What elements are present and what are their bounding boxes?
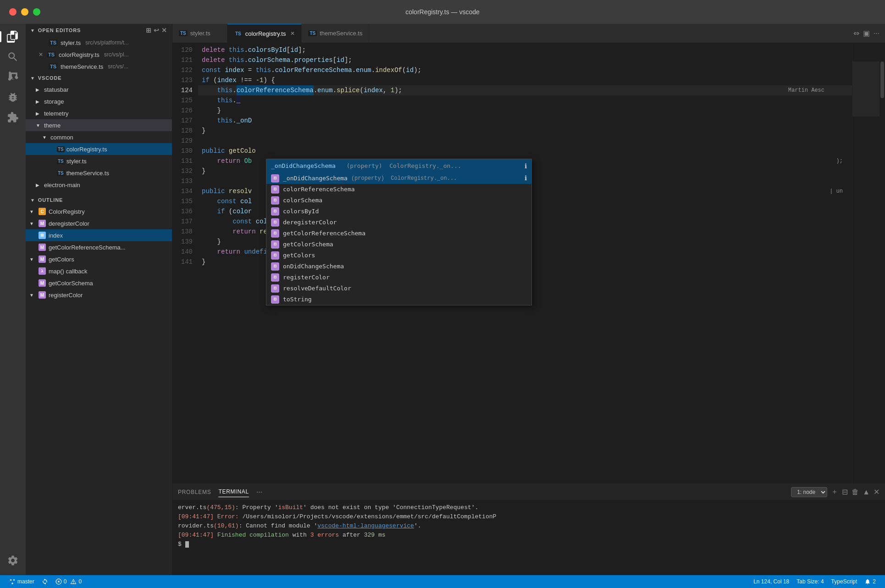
code-line-124: this.colorReferenceSchema.enum.splice(in… — [198, 85, 852, 95]
errors-status[interactable]: 0 0 — [52, 575, 85, 588]
tree-styler-file[interactable]: TS styler.ts — [26, 155, 172, 167]
ts-icon: TS — [49, 39, 58, 46]
status-bar: master 0 0 Ln 124, Col 18 Tab Size: 4 Ty… — [0, 575, 885, 588]
language-mode[interactable]: TypeScript — [828, 578, 861, 585]
tree-storage[interactable]: ▶ storage — [26, 95, 172, 107]
tab-styler[interactable]: TS styler.ts — [172, 24, 227, 43]
sync-icon[interactable] — [38, 575, 52, 588]
ac-text: getColorSchema — [283, 239, 333, 250]
tab-terminal[interactable]: TERMINAL — [218, 487, 249, 497]
close-all-icon[interactable]: ✕ — [161, 27, 167, 34]
activity-source-control[interactable] — [4, 68, 22, 86]
tab-size[interactable]: Tab Size: 4 — [793, 578, 827, 585]
outline-label: ColorRegistry — [49, 208, 85, 215]
cursor-position[interactable]: Ln 124, Col 18 — [750, 578, 793, 585]
language-text: TypeScript — [831, 578, 857, 585]
outline-index[interactable]: ⊞ index — [26, 229, 172, 241]
terminal-prompt: $ — [178, 540, 879, 549]
code-line-127: this._onD — [198, 116, 852, 126]
tab-colorRegistry[interactable]: TS colorRegistry.ts ✕ — [227, 24, 302, 43]
tree-common[interactable]: ▼ common — [26, 131, 172, 143]
open-editor-themeService[interactable]: TS themeService.ts src/vs/... — [26, 61, 172, 72]
autocomplete-signature: _onDidChangeSchema (property) ColorRegis… — [271, 161, 461, 171]
code-line-126: } — [198, 105, 852, 116]
ac-item-2[interactable]: ⊞ colorSchema — [266, 195, 531, 206]
line-numbers: 120121122123 124 125126127128 1291301311… — [172, 43, 198, 483]
autocomplete-dropdown[interactable]: _onDidChangeSchema (property) ColorRegis… — [266, 159, 532, 305]
open-editor-colorRegistry[interactable]: ✕ TS colorRegistry.ts src/vs/pl... — [26, 49, 172, 61]
tree-theme[interactable]: ▼ theme — [26, 119, 172, 131]
tree-electron-main[interactable]: ▶ electron-main — [26, 179, 172, 191]
ac-item-11[interactable]: ⊞ toString — [266, 294, 531, 305]
outline-getColorReferenceSchema[interactable]: M getColorReferenceSchema... — [26, 241, 172, 253]
vscode-header[interactable]: ▼ VSCODE — [26, 72, 172, 83]
ac-item-4[interactable]: ⊞ deregisterColor — [266, 217, 531, 228]
outline-header[interactable]: ▼ OUTLINE — [26, 194, 172, 205]
close-icon[interactable]: ✕ — [39, 51, 43, 58]
activity-settings[interactable] — [4, 551, 22, 570]
ac-item-7[interactable]: ⊞ getColors — [266, 250, 531, 261]
ac-item-3[interactable]: ⊞ colorsById — [266, 206, 531, 217]
git-branch[interactable]: master — [6, 575, 38, 588]
tab-themeService[interactable]: TS themeService.ts — [302, 24, 369, 43]
outline-getColors[interactable]: ▼ M getColors — [26, 253, 172, 265]
ac-item-6[interactable]: ⊞ getColorSchema — [266, 239, 531, 250]
ts-icon: TS — [57, 170, 65, 176]
add-terminal-icon[interactable]: ＋ — [831, 487, 838, 497]
ac-item-1[interactable]: ⊞ colorReferenceSchema — [266, 184, 531, 195]
minimize-button[interactable] — [21, 8, 28, 16]
split-editor-icon[interactable]: ⇔ — [853, 29, 859, 38]
tree-colorRegistry-file[interactable]: TS colorRegistry.ts — [26, 143, 172, 155]
tab-close-icon[interactable]: ✕ — [290, 30, 295, 37]
tree-item-label: storage — [44, 98, 64, 105]
activity-explorer[interactable] — [4, 28, 22, 46]
panel-tabs: PROBLEMS TERMINAL ··· 1: node ＋ ⊟ 🗑 ▲ ✕ — [172, 484, 885, 500]
tree-statusbar[interactable]: ▶ statusbar — [26, 83, 172, 95]
ac-icon: ⊞ — [271, 240, 279, 249]
code-editor[interactable]: delete this.colorsById[id]; delete this.… — [198, 43, 852, 483]
ac-item-9[interactable]: ⊞ registerColor — [266, 272, 531, 283]
panel-more-icon[interactable]: ··· — [256, 488, 262, 496]
branch-name: master — [17, 578, 34, 585]
ts-icon: TS — [57, 158, 65, 164]
activity-debug[interactable] — [4, 88, 22, 106]
revert-all-icon[interactable]: ↩ — [154, 27, 160, 34]
chevron-right-icon: ▶ — [36, 111, 42, 116]
split-terminal-icon[interactable]: ⊟ — [842, 488, 848, 496]
ac-text: getColors — [283, 250, 315, 261]
ac-item-0[interactable]: ⊞ _onDidChangeSchema (property) ColorReg… — [266, 173, 531, 184]
close-panel-icon[interactable]: ✕ — [874, 488, 879, 496]
ac-item-5[interactable]: ⊞ getColorReferenceSchema — [266, 228, 531, 239]
outline-getColorSchema[interactable]: M getColorSchema — [26, 277, 172, 289]
activity-extensions[interactable] — [4, 108, 22, 127]
outline-registerColor[interactable]: ▼ M registerColor — [26, 289, 172, 301]
outline-deregisterColor[interactable]: ▼ M deregisterColor — [26, 217, 172, 229]
outline-label: getColors — [49, 256, 74, 263]
outline-map-callback[interactable]: λ map() callback — [26, 265, 172, 277]
save-all-icon[interactable]: ⊞ — [146, 27, 152, 34]
maximize-button[interactable] — [33, 8, 40, 16]
open-editors-header[interactable]: ▼ OPEN EDITORS ⊞ ↩ ✕ — [26, 24, 172, 37]
tree-themeService-file[interactable]: TS themeService.ts — [26, 167, 172, 179]
ac-item-10[interactable]: ⊞ resolveDefaultColor — [266, 283, 531, 294]
close-button[interactable] — [9, 8, 17, 16]
tab-problems[interactable]: PROBLEMS — [178, 487, 211, 497]
scroll-thumb[interactable] — [880, 61, 884, 98]
terminal-content[interactable]: erver.ts(475,15): Property 'isBuilt' doe… — [172, 500, 885, 575]
bell-notifications[interactable]: 2 — [861, 578, 879, 585]
open-editor-styler[interactable]: TS styler.ts src/vs/platform/t... — [26, 37, 172, 49]
maximize-panel-icon[interactable]: ▲ — [863, 488, 870, 496]
activity-search[interactable] — [4, 48, 22, 66]
vertical-scrollbar[interactable] — [879, 43, 885, 483]
toggle-sidebar-icon[interactable]: ▣ — [863, 29, 870, 38]
chevron-right-icon: ▶ — [36, 87, 42, 92]
ts-icon: TS — [49, 63, 58, 70]
tree-telemetry[interactable]: ▶ telemetry — [26, 107, 172, 119]
method-icon: M — [39, 291, 46, 299]
vscode-chevron: ▼ — [30, 76, 35, 81]
ac-item-8[interactable]: ⊞ onDidChangeSchema — [266, 261, 531, 272]
more-actions-icon[interactable]: ··· — [874, 29, 879, 38]
node-select[interactable]: 1: node — [791, 487, 827, 497]
outline-colorRegistry[interactable]: ▼ C ColorRegistry — [26, 205, 172, 217]
delete-terminal-icon[interactable]: 🗑 — [852, 488, 859, 496]
